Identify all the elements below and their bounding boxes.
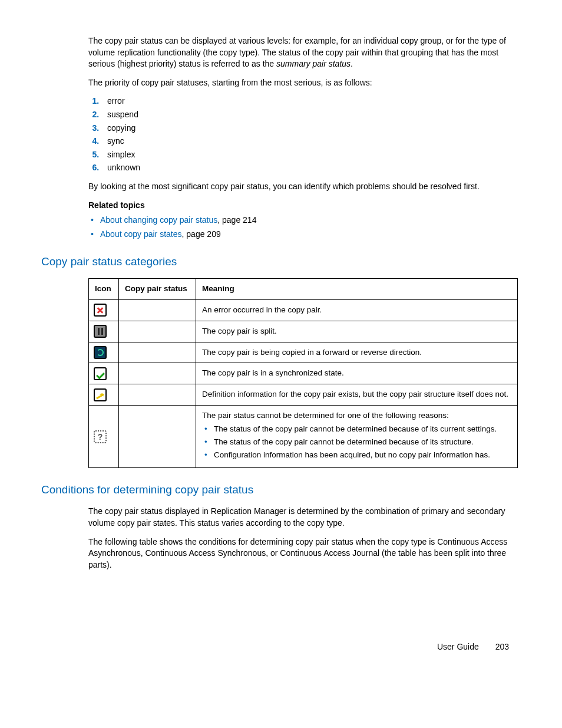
priority-item: unknown [101, 162, 518, 174]
meaning-cell: The copy pair is being copied in a forwa… [196, 342, 518, 363]
status-cell [119, 321, 196, 342]
intro-paragraph: The copy pair status can be displayed at… [88, 35, 518, 70]
meaning-cell: Definition information for the copy pair… [196, 384, 518, 406]
status-cell [119, 342, 196, 363]
meaning-cell: The pair status cannot be determined for… [196, 406, 518, 468]
related-topic-item: About copy pair states, page 209 [91, 229, 518, 241]
row6-reasons-list: The status of the copy pair cannot be de… [202, 424, 511, 461]
meaning-cell: The copy pair is in a synchronized state… [196, 363, 518, 384]
status-categories-table: Icon Copy pair status Meaning An error o… [88, 278, 518, 468]
table-row: The copy pair is split. [89, 321, 518, 342]
question-icon: ? [94, 430, 107, 443]
related-suffix: , page 209 [182, 229, 221, 239]
footer-label: User Guide [437, 642, 479, 651]
reason-item: The status of the copy pair cannot be de… [204, 437, 511, 448]
row6-intro: The pair status cannot be determined for… [202, 411, 449, 420]
table-row: An error occurred in the copy pair. [89, 299, 518, 321]
priority-list: error suspend copying sync simplex unkno… [88, 95, 518, 174]
status-cell [119, 363, 196, 384]
related-link[interactable]: About changing copy pair status [100, 215, 217, 225]
page-number: 203 [495, 641, 509, 653]
table-row: ? The pair status cannot be determined f… [89, 406, 518, 468]
error-icon [94, 304, 107, 317]
status-cell [119, 299, 196, 321]
heading-conditions: Conditions for determining copy pair sta… [41, 482, 518, 498]
summary-pair-status-term: summary pair status [276, 59, 351, 68]
priority-item: error [101, 95, 518, 107]
heading-copy-pair-status-categories: Copy pair status categories [41, 254, 518, 270]
intro-end: . [351, 59, 353, 68]
table-row: The copy pair is being copied in a forwa… [89, 342, 518, 363]
th-icon: Icon [89, 278, 119, 299]
priority-intro: The priority of copy pair statuses, star… [88, 77, 518, 89]
status-cell [119, 406, 196, 468]
th-status: Copy pair status [119, 278, 196, 299]
reason-item: The status of the copy pair cannot be de… [204, 424, 511, 435]
table-row: The copy pair is in a synchronized state… [89, 363, 518, 384]
meaning-cell: An error occurred in the copy pair. [196, 299, 518, 321]
refresh-icon [94, 346, 107, 359]
th-meaning: Meaning [196, 278, 518, 299]
related-topics-heading: Related topics [88, 200, 518, 212]
related-topic-item: About changing copy pair status, page 21… [91, 215, 518, 226]
priority-item: copying [101, 123, 518, 134]
reason-item: Configuration information has been acqui… [204, 450, 511, 461]
priority-item: suspend [101, 109, 518, 121]
after-priority-paragraph: By looking at the most significant copy … [88, 181, 518, 193]
priority-item: sync [101, 136, 518, 147]
table-row: Definition information for the copy pair… [89, 384, 518, 406]
page-footer: User Guide 203 [41, 641, 521, 653]
arrow-icon [94, 388, 107, 401]
pause-icon [94, 325, 107, 338]
conditions-paragraph-1: The copy pair status displayed in Replic… [88, 506, 518, 529]
conditions-paragraph-2: The following table shows the conditions… [88, 536, 518, 571]
priority-item: simplex [101, 149, 518, 161]
meaning-cell: The copy pair is split. [196, 321, 518, 342]
check-icon [94, 367, 107, 380]
related-topics-list: About changing copy pair status, page 21… [88, 215, 518, 240]
status-cell [119, 384, 196, 406]
related-link[interactable]: About copy pair states [100, 229, 182, 239]
related-suffix: , page 214 [217, 215, 256, 225]
